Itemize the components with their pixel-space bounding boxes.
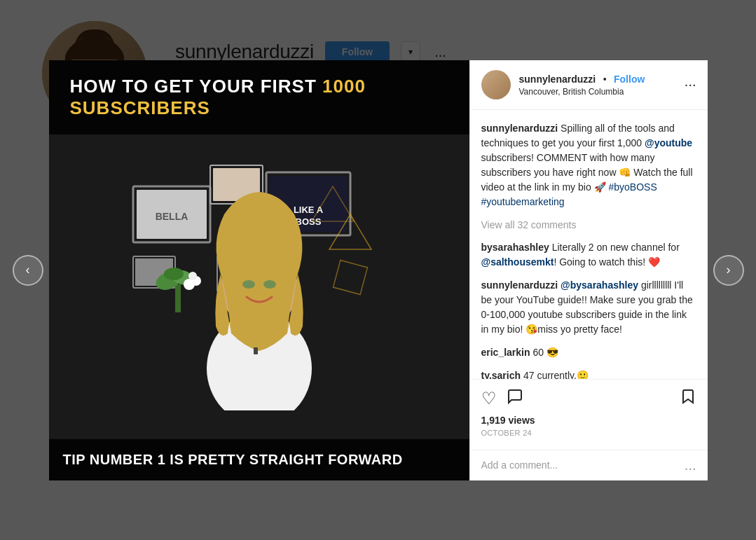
dot-separator: • (603, 74, 607, 85)
comments-panel: sunnylenarduzzi • Follow Vancouver, Brit… (469, 60, 708, 480)
like-icon[interactable]: ♡ (481, 389, 497, 408)
bookmark-icon[interactable] (680, 388, 696, 409)
sidebar-location: Vancouver, British Columbia (519, 87, 676, 97)
comment-item: eric_larkin 60 😎 (481, 345, 696, 360)
prev-arrow[interactable]: ‹ (13, 255, 43, 286)
svg-point-27 (263, 280, 276, 289)
commenter-username: bysarahashley (481, 242, 549, 253)
modal-overlay[interactable]: ‹ HOW TO GET YOUR FIRST 1000 SUBSCRIBERS (0, 0, 756, 540)
svg-point-26 (242, 280, 255, 289)
commenter-username: ty.sarich (481, 370, 521, 379)
commenter-username: eric_larkin (481, 347, 530, 358)
chevron-right-icon: › (727, 263, 731, 277)
comment-text: ty.sarich 47 currently.🙂 (481, 368, 696, 379)
comment-options-button[interactable]: ... (685, 457, 696, 473)
svg-point-22 (188, 272, 197, 280)
add-comment-input[interactable] (481, 459, 685, 471)
actions-bar: ♡ 1,919 views OCTOBER 24 (470, 379, 708, 450)
video-caption-text: TIP NUMBER 1 IS PRETTY STRAIGHT FORWARD (63, 452, 455, 468)
sidebar-follow-button[interactable]: Follow (614, 74, 645, 85)
modal-container: ‹ HOW TO GET YOUR FIRST 1000 SUBSCRIBERS (49, 60, 708, 480)
comments-header-info: sunnylenarduzzi • Follow Vancouver, Brit… (519, 73, 676, 97)
next-arrow[interactable]: › (713, 255, 744, 286)
svg-text:BELLA: BELLA (155, 211, 188, 222)
comment-text: eric_larkin 60 😎 (481, 345, 696, 360)
video-title: HOW TO GET YOUR FIRST 1000 SUBSCRIBERS (70, 76, 448, 119)
video-title-bar: HOW TO GET YOUR FIRST 1000 SUBSCRIBERS (49, 60, 469, 134)
sidebar-avatar (481, 70, 511, 99)
svg-rect-16 (175, 284, 181, 312)
svg-rect-31 (333, 260, 367, 294)
post-date: OCTOBER 24 (481, 429, 696, 437)
commenter-username: sunnylenarduzzi (481, 279, 558, 291)
sidebar-username: sunnylenarduzzi (519, 74, 596, 85)
svg-point-19 (164, 268, 184, 280)
svg-rect-28 (254, 347, 258, 354)
comment-item: ty.sarich 47 currently.🙂 (481, 368, 696, 379)
add-comment-row: ... (470, 450, 708, 480)
video-caption: TIP NUMBER 1 IS PRETTY STRAIGHT FORWARD (49, 439, 469, 480)
comment-text: bysarahashley Literally 2 on new channel… (481, 240, 696, 270)
main-comment-body: Spilling all of the tools and techniques… (481, 123, 693, 207)
comment-text: sunnylenarduzzi @bysarahashley girllllll… (481, 278, 696, 337)
views-count: 1,919 views (481, 415, 696, 426)
main-comment-text: sunnylenarduzzi Spilling all of the tool… (481, 121, 696, 209)
comments-more-button[interactable]: ··· (685, 76, 696, 92)
main-post-comment: sunnylenarduzzi Spilling all of the tool… (481, 121, 696, 209)
chevron-left-icon: ‹ (26, 263, 30, 277)
comment-icon[interactable] (507, 388, 523, 409)
video-person: BELLA LIKE A BOSS iSLAY (49, 130, 469, 424)
video-panel: HOW TO GET YOUR FIRST 1000 SUBSCRIBERS B… (49, 60, 469, 480)
view-all-comments-link[interactable]: View all 32 comments (481, 219, 696, 230)
comments-header: sunnylenarduzzi • Follow Vancouver, Brit… (470, 60, 708, 110)
main-comment-username: sunnylenarduzzi (481, 123, 558, 134)
action-icons-row: ♡ (481, 388, 696, 409)
comment-item: bysarahashley Literally 2 on new channel… (481, 240, 696, 270)
comment-item: sunnylenarduzzi @bysarahashley girllllll… (481, 278, 696, 337)
comments-body: sunnylenarduzzi Spilling all of the tool… (470, 110, 708, 379)
